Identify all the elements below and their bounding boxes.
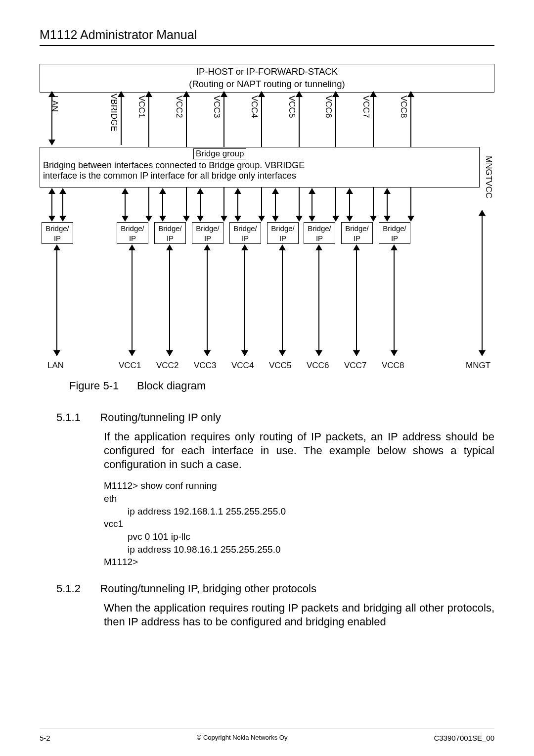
mngtvcc-label: MNGTVCC	[484, 156, 493, 198]
sec2-num: 5.1.2	[56, 582, 98, 595]
sec-title: Routing/tunneling IP only	[100, 411, 221, 424]
footer-rule	[40, 728, 494, 728]
col-vcc3: VCC3	[212, 95, 222, 118]
code-l3: vcc1	[104, 518, 494, 530]
bl-vcc4: VCC4	[231, 361, 254, 371]
bl-vcc7: VCC7	[344, 361, 366, 371]
bridge-line1: Bridging between interfaces connected to…	[43, 160, 305, 170]
col-vbridge: VBRIDGE	[109, 94, 119, 132]
ftr-right: C33907001SE_00	[434, 734, 494, 742]
bl-mngt: MNGT	[466, 361, 490, 371]
col-vcc2: VCC2	[174, 95, 184, 118]
sec2-para: When the application requires routing IP…	[104, 601, 494, 629]
page-header: M1112 Administrator Manual	[40, 28, 494, 46]
block-diagram: IP-HOST or IP-FORWARD-STACK (Routing or …	[40, 64, 494, 371]
sec-num: 5.1.1	[56, 411, 98, 424]
col-vcc6: VCC6	[323, 95, 333, 118]
bl-vcc5: VCC5	[269, 361, 291, 371]
ip-box-vcc1: Bridge/IP	[117, 222, 148, 244]
col-vcc5: VCC5	[287, 95, 297, 118]
top-line2: (Routing or NAPT routing or tunneling)	[189, 79, 345, 89]
bl-vcc2: VCC2	[156, 361, 178, 371]
code-l6: M1112>	[104, 556, 494, 568]
ip-box-lan: Bridge/IP	[42, 222, 73, 244]
figcap-num: Figure 5-1	[69, 379, 119, 392]
code-l2: ip address 192.168.1.1 255.255.255.0	[128, 505, 494, 518]
bridge-line2: interface is the common IP interface for…	[43, 171, 296, 181]
ip-box-vcc2: Bridge/IP	[154, 222, 186, 244]
ip-box-vcc4: Bridge/IP	[229, 222, 261, 244]
sec1-para: If the application requires only routing…	[104, 430, 494, 472]
sec1-code: M1112> show conf running eth ip address …	[104, 479, 494, 568]
ip-box-vcc3: Bridge/IP	[192, 222, 223, 244]
bl-vcc3: VCC3	[194, 361, 216, 371]
page-footer: 5-2 © Copyright Nokia Networks Oy C33907…	[40, 734, 494, 742]
ftr-mid: © Copyright Nokia Networks Oy	[197, 734, 288, 742]
code-l1: eth	[104, 492, 494, 505]
bridge-group-title: Bridge group	[193, 148, 246, 159]
bl-lan: LAN	[47, 361, 64, 371]
figure-caption: Figure 5-1 Block diagram	[69, 379, 494, 392]
col-vcc4: VCC4	[249, 95, 259, 118]
bridge-group-box: Bridge group Bridging between interfaces…	[40, 147, 480, 188]
ip-box-vcc6: Bridge/IP	[304, 222, 335, 244]
bl-vcc6: VCC6	[307, 361, 329, 371]
sec2-title: Routing/tunneling IP, bridging other pro…	[100, 582, 316, 595]
code-l5: ip address 10.98.16.1 255.255.255.0	[128, 543, 494, 556]
ip-box-vcc7: Bridge/IP	[341, 222, 373, 244]
col-vcc8: VCC8	[399, 95, 408, 118]
col-vcc7: VCC7	[361, 95, 371, 118]
section-5-1-2-heading: 5.1.2 Routing/tunneling IP, bridging oth…	[56, 582, 494, 595]
figcap-txt: Block diagram	[137, 379, 206, 392]
col-vcc1: VCC1	[136, 95, 146, 118]
section-5-1-1-heading: 5.1.1 Routing/tunneling IP only	[56, 411, 494, 424]
ftr-left: 5-2	[40, 734, 50, 742]
code-l0: M1112> show conf running	[104, 479, 494, 492]
bl-vcc8: VCC8	[382, 361, 404, 371]
top-line1: IP-HOST or IP-FORWARD-STACK	[196, 66, 338, 77]
top-stack-box: IP-HOST or IP-FORWARD-STACK (Routing or …	[40, 64, 494, 93]
ip-box-vcc8: Bridge/IP	[379, 222, 410, 244]
bl-vcc1: VCC1	[119, 361, 141, 371]
code-l4: pvc 0 101 ip-llc	[128, 530, 494, 543]
col-lan: LAN	[49, 95, 59, 112]
ip-box-vcc5: Bridge/IP	[267, 222, 299, 244]
